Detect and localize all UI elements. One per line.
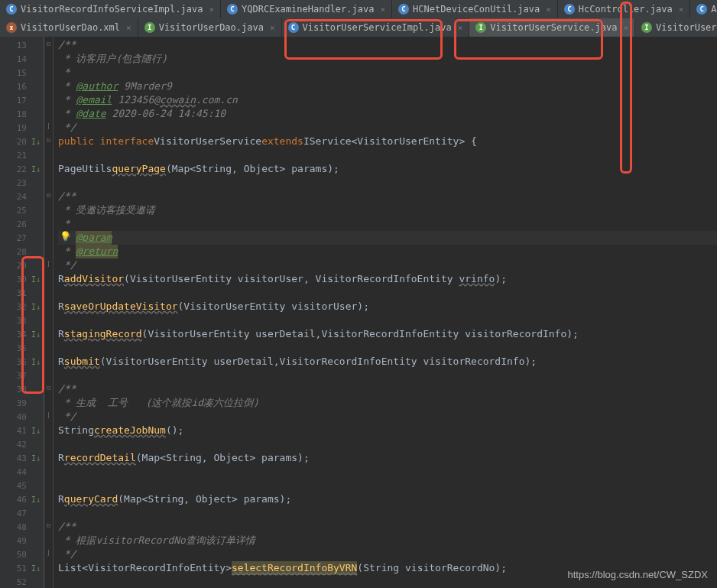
fold-marker[interactable]: ⌋: [44, 257, 53, 271]
code-line[interactable]: String createJobNum();: [58, 424, 717, 437]
line-number[interactable]: 48: [0, 520, 44, 534]
line-number[interactable]: 14: [0, 52, 44, 66]
code-line[interactable]: * @email 123456@cowain.com.cn: [58, 93, 717, 107]
implements-marker-icon[interactable]: I↓: [31, 303, 41, 311]
fold-marker[interactable]: ⌋: [44, 119, 53, 133]
close-icon[interactable]: ×: [380, 5, 385, 15]
close-icon[interactable]: ×: [546, 5, 551, 15]
code-line[interactable]: /**: [58, 520, 717, 534]
line-number[interactable]: 34I↓: [0, 327, 44, 341]
fold-marker[interactable]: ⊟: [44, 381, 53, 395]
line-number[interactable]: 42: [0, 437, 44, 451]
line-number[interactable]: 35: [0, 341, 44, 355]
implements-marker-icon[interactable]: I↓: [31, 564, 41, 573]
bottom-tab[interactable]: xVisitorUserDao.xml×: [0, 18, 138, 37]
code-line[interactable]: [58, 341, 717, 355]
bottom-tab[interactable]: IVisitorUserDao.java×: [138, 18, 282, 37]
code-line[interactable]: * @param: [58, 231, 717, 245]
code-line[interactable]: *: [58, 217, 717, 231]
code-line[interactable]: [58, 286, 717, 300]
code-line[interactable]: */: [58, 547, 717, 561]
close-icon[interactable]: ×: [679, 5, 684, 15]
fold-marker[interactable]: ⊟: [44, 188, 53, 202]
top-tab[interactable]: CVisitorRecordInfoServiceImpl.java×: [0, 0, 221, 18]
code-line[interactable]: [58, 148, 717, 162]
implements-marker-icon[interactable]: I↓: [31, 454, 41, 463]
bottom-tab[interactable]: CVisitorUserServiceImpl.java×: [282, 18, 470, 37]
line-number[interactable]: 28: [0, 245, 44, 258]
line-number[interactable]: 52: [0, 575, 44, 588]
line-number[interactable]: 18: [0, 107, 44, 121]
intention-bulb-icon[interactable]: 💡: [60, 231, 71, 242]
line-number[interactable]: 15: [0, 66, 44, 80]
code-line[interactable]: /**: [58, 382, 717, 396]
line-number[interactable]: 24: [0, 190, 44, 203]
line-number[interactable]: 30I↓: [0, 272, 44, 286]
code-line[interactable]: * 受邀访客接受邀请: [58, 203, 717, 217]
implements-marker-icon[interactable]: I↓: [31, 330, 41, 339]
line-number[interactable]: 45: [0, 479, 44, 492]
code-line[interactable]: */: [58, 121, 717, 135]
line-number[interactable]: 43I↓: [0, 451, 44, 465]
code-line[interactable]: PageUtils queryPage(Map<String, Object> …: [58, 162, 717, 176]
line-number[interactable]: 20I↓: [0, 135, 44, 148]
code-line[interactable]: /**: [58, 38, 717, 52]
close-icon[interactable]: ×: [209, 5, 214, 15]
fold-marker[interactable]: ⊟: [44, 133, 53, 147]
line-number[interactable]: 32I↓: [0, 300, 44, 313]
line-number[interactable]: 40: [0, 410, 44, 424]
line-number[interactable]: 36I↓: [0, 355, 44, 369]
top-tab[interactable]: CYQDRCExamineHandler.java×: [221, 0, 392, 18]
code-line[interactable]: * @author 9Marder9: [58, 80, 717, 93]
code-line[interactable]: R queryCard(Map<String, Object> params);: [58, 492, 717, 506]
line-number[interactable]: 33: [0, 313, 44, 327]
code-line[interactable]: */: [58, 258, 717, 272]
implements-marker-icon[interactable]: I↓: [31, 495, 41, 504]
code-line[interactable]: public interface VisitorUserService exte…: [58, 135, 717, 148]
implements-marker-icon[interactable]: I↓: [31, 358, 41, 366]
close-icon[interactable]: ×: [126, 23, 131, 33]
line-number[interactable]: 26: [0, 217, 44, 231]
line-number[interactable]: 19: [0, 121, 44, 135]
line-number[interactable]: 13: [0, 38, 44, 52]
code-line[interactable]: * 根据visitorRecordNo查询该订单详情: [58, 534, 717, 547]
implements-marker-icon[interactable]: I↓: [31, 275, 41, 284]
line-number[interactable]: 50: [0, 547, 44, 561]
bottom-tab[interactable]: IVisitorUserRandom×: [635, 18, 717, 37]
line-number[interactable]: 46I↓: [0, 492, 44, 506]
top-tab[interactable]: CHcController.java×: [558, 0, 690, 18]
code-line[interactable]: R saveOrUpdateVisitor(VisitorUserEntity …: [58, 300, 717, 313]
implements-marker-icon[interactable]: I↓: [31, 138, 41, 146]
line-number[interactable]: 31: [0, 286, 44, 300]
bottom-tab[interactable]: IVisitorUserService.java×: [469, 18, 635, 37]
line-number[interactable]: 25: [0, 203, 44, 217]
code-line[interactable]: R addVisitor(VisitorUserEntity visitorUs…: [58, 272, 717, 286]
code-line[interactable]: [58, 437, 717, 451]
code-line[interactable]: [58, 465, 717, 479]
code-line[interactable]: * @return: [58, 245, 717, 258]
line-number[interactable]: 37: [0, 369, 44, 382]
line-number[interactable]: 44: [0, 465, 44, 479]
line-number[interactable]: 39: [0, 396, 44, 410]
line-number[interactable]: 21: [0, 148, 44, 162]
line-number[interactable]: 47: [0, 506, 44, 520]
code-line[interactable]: [58, 176, 717, 190]
code-line[interactable]: * @date 2020-06-24 14:45:10: [58, 107, 717, 121]
line-number[interactable]: 38: [0, 382, 44, 396]
line-number[interactable]: 16: [0, 80, 44, 93]
code-line[interactable]: *: [58, 66, 717, 80]
code-line[interactable]: [58, 313, 717, 327]
fold-marker[interactable]: ⊟: [44, 37, 53, 50]
line-number[interactable]: 29: [0, 258, 44, 272]
line-number[interactable]: 27: [0, 231, 44, 245]
code-line[interactable]: */: [58, 410, 717, 424]
code-line[interactable]: R stagingRecord(VisitorUserEntity userDe…: [58, 327, 717, 341]
top-tab[interactable]: CHCNetDeviceConUtil.java×: [392, 0, 558, 18]
code-area[interactable]: /** * 访客用户(包含随行) * * @author 9Marder9 * …: [54, 37, 717, 588]
implements-marker-icon[interactable]: I↓: [31, 427, 41, 435]
close-icon[interactable]: ×: [458, 23, 463, 33]
code-line[interactable]: * 生成 工号 (这个就按id凑六位拉倒): [58, 396, 717, 410]
fold-marker[interactable]: ⌋: [44, 408, 53, 422]
close-icon[interactable]: ×: [270, 23, 275, 33]
line-number[interactable]: 17: [0, 93, 44, 107]
